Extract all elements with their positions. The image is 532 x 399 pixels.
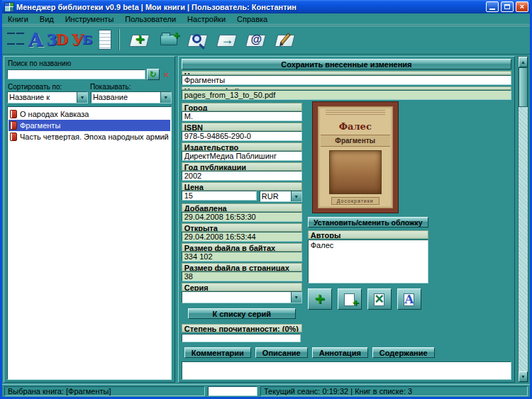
chevron-down-icon[interactable]: ▼ bbox=[291, 191, 301, 201]
export-button[interactable]: → bbox=[214, 28, 240, 51]
sidebar: Поиск по названию ↻ × Сортировать по: По… bbox=[4, 56, 175, 383]
ub-monogram-icon[interactable]: УБ bbox=[72, 28, 92, 51]
city-input[interactable] bbox=[182, 111, 302, 121]
search-go-button[interactable]: ↻ bbox=[147, 69, 160, 80]
year-input[interactable] bbox=[182, 171, 302, 181]
scrollbar-track[interactable] bbox=[519, 67, 528, 371]
letter-a-icon[interactable]: A bbox=[28, 28, 43, 51]
form-columns: Город ISBN Издательство Год публикации Ц… bbox=[182, 101, 511, 342]
show-combobox-value: Название bbox=[92, 92, 160, 103]
clear-search-button[interactable]: × bbox=[161, 70, 172, 79]
book-cover-inner: Фалес Фрагменты Досократики bbox=[318, 106, 393, 208]
year-label: Год публикации bbox=[182, 162, 302, 171]
search-label: Поиск по названию bbox=[8, 60, 172, 67]
menu-help[interactable]: Справка bbox=[231, 14, 273, 24]
tab-annotation[interactable]: Аннотация bbox=[312, 347, 368, 358]
email-button[interactable]: @ bbox=[243, 28, 269, 51]
toolbar-separator bbox=[118, 29, 120, 50]
status-session-info: Текущий сеанс: 0:19:32 | Книг в списке: … bbox=[260, 386, 528, 396]
chevron-down-icon[interactable]: ▼ bbox=[77, 92, 87, 103]
sort-combobox-value: Название к bbox=[8, 92, 77, 103]
cover-author-text: Фалес bbox=[339, 121, 372, 132]
reading-progress-bar bbox=[182, 334, 301, 342]
menu-settings[interactable]: Настройки bbox=[182, 14, 231, 24]
series-list-button[interactable]: К списку серий bbox=[188, 308, 296, 319]
book-title: О народах Кавказа bbox=[20, 110, 89, 118]
threed-d-glyph: D bbox=[56, 31, 68, 48]
notes-textarea[interactable] bbox=[182, 361, 511, 380]
tab-comments[interactable]: Комментарии bbox=[184, 347, 251, 358]
author-item[interactable]: Фалес bbox=[311, 241, 426, 251]
scroll-up-button[interactable]: ▲ bbox=[519, 57, 528, 67]
library-grid-icon[interactable] bbox=[6, 28, 25, 51]
menu-books[interactable]: Книги bbox=[2, 14, 34, 24]
chevron-down-icon[interactable]: ▼ bbox=[160, 92, 171, 103]
maximize-button[interactable] bbox=[501, 1, 514, 12]
ub-b-glyph: Б bbox=[82, 33, 93, 47]
search-books-button[interactable] bbox=[185, 28, 211, 51]
toolbar: A 3D УБ + + → @ bbox=[2, 26, 530, 55]
tab-contents[interactable]: Содержание bbox=[372, 347, 435, 358]
add-author-button[interactable]: + bbox=[308, 288, 332, 310]
cover-title-text: Фрагменты bbox=[321, 135, 390, 147]
menu-users[interactable]: Пользователи bbox=[119, 14, 182, 24]
city-label: Город bbox=[182, 103, 302, 111]
titlebar[interactable]: Менеджер библиотеки v0.9 beta | Мои книг… bbox=[2, 0, 530, 13]
progress-label: Степень прочитанности: (0%) bbox=[182, 324, 302, 332]
price-input[interactable] bbox=[182, 191, 257, 201]
book-list-item[interactable]: О народах Кавказа bbox=[9, 108, 170, 120]
minimize-button[interactable] bbox=[486, 1, 499, 12]
book-icon bbox=[10, 133, 17, 141]
authors-label: Авторы bbox=[308, 230, 428, 239]
notebook-icon[interactable] bbox=[96, 30, 111, 50]
series-value bbox=[182, 292, 291, 303]
plus-icon: + bbox=[173, 29, 179, 42]
add-book-button[interactable]: + bbox=[127, 28, 153, 51]
statusbar: Выбрана книга: [Фрагменты] Текущий сеанс… bbox=[2, 384, 530, 397]
currency-combobox[interactable]: RUR ▼ bbox=[260, 191, 302, 202]
isbn-label: ISBN bbox=[182, 123, 302, 131]
size-pages-field bbox=[182, 271, 302, 281]
book-title: Фрагменты bbox=[20, 121, 60, 130]
price-label: Цена bbox=[182, 182, 302, 191]
minimize-icon bbox=[489, 9, 495, 10]
threed-icon[interactable]: 3D bbox=[46, 28, 68, 51]
change-cover-button[interactable]: Установить/сменить обложку bbox=[308, 217, 428, 227]
app-window: Менеджер библиотеки v0.9 beta | Мои книг… bbox=[0, 0, 532, 399]
title-input[interactable] bbox=[182, 75, 511, 85]
save-changes-button[interactable]: Сохранить внесенные изменения bbox=[182, 59, 511, 69]
app-icon bbox=[4, 2, 14, 12]
scrollbar-thumb[interactable] bbox=[519, 67, 528, 107]
added-field bbox=[182, 212, 302, 222]
refresh-icon: ↻ bbox=[150, 70, 157, 79]
scroll-down-button[interactable]: ▼ bbox=[519, 371, 528, 382]
status-indicator-box bbox=[208, 386, 257, 396]
remove-author-button[interactable]: × bbox=[367, 288, 392, 310]
author-card-button[interactable]: A bbox=[397, 288, 421, 310]
edit-button[interactable] bbox=[272, 28, 298, 51]
tab-description[interactable]: Описание bbox=[255, 347, 308, 358]
book-icon bbox=[10, 110, 17, 118]
book-icon bbox=[10, 121, 17, 130]
book-list-item-selected[interactable]: Фрагменты bbox=[9, 120, 170, 131]
publisher-label: Издательство bbox=[182, 142, 302, 151]
cover-column: Фалес Фрагменты Досократики Установить/с… bbox=[308, 101, 434, 310]
isbn-input[interactable] bbox=[182, 131, 302, 141]
menu-view[interactable]: Вид bbox=[34, 14, 60, 24]
book-form-panel: Сохранить внесенные изменения Название к… bbox=[178, 56, 515, 383]
chevron-down-icon[interactable]: ▼ bbox=[291, 292, 301, 303]
add-author-from-list-button[interactable]: + bbox=[338, 288, 362, 310]
search-input[interactable] bbox=[7, 69, 145, 79]
authors-list[interactable]: Фалес bbox=[308, 240, 428, 283]
series-combobox[interactable]: ▼ bbox=[182, 291, 302, 303]
menu-tools[interactable]: Инструменты bbox=[60, 14, 120, 24]
book-list-item[interactable]: Часть четвертая. Эпоха народных армий bbox=[9, 131, 170, 142]
show-combobox[interactable]: Название ▼ bbox=[91, 91, 172, 103]
add-folder-button[interactable]: + bbox=[156, 28, 182, 51]
book-list[interactable]: О народах Кавказа Фрагменты Часть четвер… bbox=[7, 106, 172, 380]
sort-combobox[interactable]: Название к ▼ bbox=[7, 91, 88, 103]
opened-label: Открыта bbox=[182, 223, 302, 232]
close-button[interactable]: × bbox=[516, 1, 528, 12]
publisher-input[interactable] bbox=[182, 151, 302, 161]
vertical-scrollbar[interactable]: ▲ ▼ bbox=[518, 56, 528, 383]
